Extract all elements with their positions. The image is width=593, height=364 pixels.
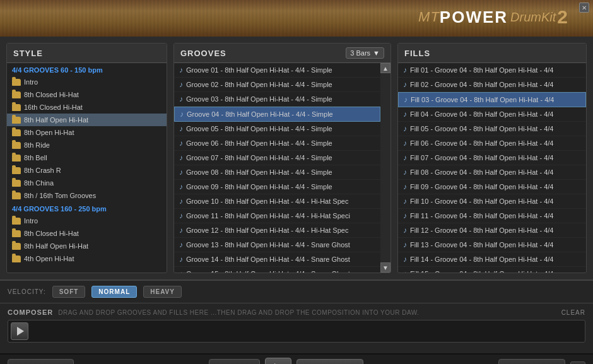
fill-item-11[interactable]: ♪Fill 11 - Groove 04 - 8th Half Open Hi-… [398,209,586,223]
music-note-icon: ♪ [403,139,407,148]
music-note-icon: ♪ [403,211,407,220]
close-button[interactable]: ✕ [579,3,589,13]
groove-item-8[interactable]: ♪Groove 08 - 8th Half Open Hi-Hat - 4/4 … [174,165,380,180]
fill-item-6[interactable]: ♪Fill 06 - Groove 04 - 8th Half Open Hi-… [398,136,586,151]
fill-item-7[interactable]: ♪Fill 07 - Groove 04 - 8th Half Open Hi-… [398,151,586,165]
style-item-8th-half-open[interactable]: 8th Half Open Hi-Hat [7,114,167,126]
grooves-list-wrapper: ♪Groove 01 - 8th Half Open Hi-Hat - 4/4 … [174,63,380,273]
fill-item-13[interactable]: ♪Fill 13 - Groove 04 - 8th Half Open Hi-… [398,238,586,252]
grooves-panel: GROOVES 3 Bars ▼ ♪Groove 01 - 8th Half O… [173,43,391,273]
fill-text: Fill 09 - Groove 04 - 8th Half Open Hi-H… [410,183,553,191]
fill-item-10[interactable]: ♪Fill 10 - Groove 04 - 8th Half Open Hi-… [398,194,586,209]
fill-text: Fill 07 - Groove 04 - 8th Half Open Hi-H… [410,154,553,161]
groove-item-13[interactable]: ♪Groove 13 - 8th Half Open Hi-Hat - 4/4 … [174,238,380,252]
grooves-button[interactable]: GROOVES [296,359,363,364]
groove-item-10[interactable]: ♪Groove 10 - 8th Half Open Hi-Hat - 4/4 … [174,194,380,209]
groove-item-2[interactable]: ♪Groove 02 - 8th Half Open Hi-Hat - 4/4 … [174,78,380,92]
style-item-8th-bell[interactable]: 8th Bell [7,151,167,164]
bars-label: 3 Bars [350,49,370,57]
help-button[interactable]: ? [570,361,585,364]
fill-item-5[interactable]: ♪Fill 05 - Groove 04 - 8th Half Open Hi-… [398,122,586,136]
drum-kit-button[interactable]: DRUM KIT [8,359,74,364]
velocity-heavy-button[interactable]: HEAVY [143,286,182,298]
groove-item-11[interactable]: ♪Groove 11 - 8th Half Open Hi-Hat - 4/4 … [174,209,380,223]
groove-text: Groove 07 - 8th Half Open Hi-Hat - 4/4 -… [186,154,332,161]
fill-item-1[interactable]: ♪Fill 01 - Groove 04 - 8th Half Open Hi-… [398,63,586,78]
velocity-bar: VELOCITY: SOFT NORMAL HEAVY [0,280,593,303]
groove-item-5[interactable]: ♪Groove 05 - 8th Half Open Hi-Hat - 4/4 … [174,122,380,136]
groove-text: Groove 08 - 8th Half Open Hi-Hat - 4/4 -… [186,168,332,176]
fills-panel-header: FILLS [398,44,586,63]
music-note-icon: ♪ [403,255,407,264]
grooves-list[interactable]: ♪Groove 01 - 8th Half Open Hi-Hat - 4/4 … [174,63,380,273]
folder-icon [12,192,21,199]
groove-text: Groove 11 - 8th Half Open Hi-Hat - 4/4 -… [186,212,350,220]
style-item-8th-half-open-2[interactable]: 8th Half Open Hi-Hat [7,240,167,252]
style-item-16th-closed[interactable]: 16th Closed Hi-Hat [7,101,167,114]
play-button[interactable] [265,358,291,364]
music-note-icon: ♪ [179,139,183,148]
style-item-8th-16th-tom[interactable]: 8th / 16th Tom Grooves [7,189,167,202]
groove-item-7[interactable]: ♪Groove 07 - 8th Half Open Hi-Hat - 4/4 … [174,151,380,165]
velocity-soft-button[interactable]: SOFT [52,286,86,298]
groove-item-12[interactable]: ♪Groove 12 - 8th Half Open Hi-Hat - 4/4 … [174,223,380,238]
fill-item-12[interactable]: ♪Fill 12 - Groove 04 - 8th Half Open Hi-… [398,223,586,238]
scroll-up-arrow[interactable]: ▲ [380,63,390,73]
velocity-normal-button[interactable]: NORMAL [91,286,137,298]
style-item-8th-crash-r[interactable]: 8th Crash R [7,164,167,177]
mixer-button[interactable]: MIXER [209,359,260,364]
music-note-icon: ♪ [179,153,183,162]
style-item-8th-open[interactable]: 8th Open Hi-Hat [7,126,167,139]
grooves-panel-title: GROOVES [180,49,226,58]
composer-play-button[interactable] [11,322,28,340]
fill-item-2[interactable]: ♪Fill 02 - Groove 04 - 8th Half Open Hi-… [398,78,586,92]
groove-item-15[interactable]: ♪Groove 15 - 8th Half Open Hi-Hat - 4/4 … [174,267,380,273]
fill-text: Fill 04 - Groove 04 - 8th Half Open Hi-H… [410,110,553,118]
fills-list[interactable]: ♪Fill 01 - Groove 04 - 8th Half Open Hi-… [398,63,586,273]
play-icon [17,327,24,336]
fill-item-15[interactable]: ♪Fill 15 - Groove 04 - 8th Half Open Hi-… [398,267,586,273]
fill-text: Fill 01 - Groove 04 - 8th Half Open Hi-H… [410,66,553,74]
fill-text: Fill 13 - Groove 04 - 8th Half Open Hi-H… [410,241,553,249]
fill-text: Fill 10 - Groove 04 - 8th Half Open Hi-H… [410,197,553,205]
music-note-icon: ♪ [403,168,407,177]
style-item-intro-1[interactable]: Intro [7,76,167,88]
groove-text: Groove 14 - 8th Half Open Hi-Hat - 4/4 -… [186,255,350,263]
fill-item-3[interactable]: ♪Fill 03 - Groove 04 - 8th Half Open Hi-… [398,92,586,107]
style-item-8th-closed[interactable]: 8th Closed Hi-Hat [7,88,167,101]
groove-item-6[interactable]: ♪Groove 06 - 8th Half Open Hi-Hat - 4/4 … [174,136,380,151]
scroll-down-arrow[interactable]: ▼ [380,262,390,273]
music-note-icon: ♪ [179,197,183,206]
groove-item-9[interactable]: ♪Groove 09 - 8th Half Open Hi-Hat - 4/4 … [174,180,380,194]
style-item-intro-2[interactable]: Intro [7,214,167,227]
fill-item-14[interactable]: ♪Fill 14 - Groove 04 - 8th Half Open Hi-… [398,252,586,267]
groove-item-4[interactable]: ♪Groove 04 - 8th Half Open Hi-Hat - 4/4 … [174,107,380,122]
style-panel-list[interactable]: 4/4 GROOVES 60 - 150 bpm Intro 8th Close… [7,63,167,273]
fill-item-4[interactable]: ♪Fill 04 - Groove 04 - 8th Half Open Hi-… [398,107,586,122]
folder-icon [12,155,21,161]
style-item-8th-closed-2[interactable]: 8th Closed Hi-Hat [7,227,167,240]
style-item-8th-china[interactable]: 8th China [7,177,167,189]
composer-clear-button[interactable]: CLEAR [561,309,585,316]
folder-icon [12,255,21,262]
groove-text: Groove 03 - 8th Half Open Hi-Hat - 4/4 -… [186,95,332,103]
folder-icon [12,230,21,237]
groove-text: Groove 06 - 8th Half Open Hi-Hat - 4/4 -… [186,139,332,147]
music-note-icon: ♪ [403,226,407,235]
bars-select[interactable]: 3 Bars ▼ [346,47,384,59]
logo-mt: MT [418,9,440,25]
groove-text: Groove 01 - 8th Half Open Hi-Hat - 4/4 -… [186,66,332,74]
settings-button[interactable]: SETTINGS [498,359,565,364]
style-item-8th-ride[interactable]: 8th Ride [7,139,167,151]
fill-text: Fill 15 - Groove 04 - 8th Half Open Hi-H… [410,270,553,273]
groove-item-1[interactable]: ♪Groove 01 - 8th Half Open Hi-Hat - 4/4 … [174,63,380,78]
groove-item-3[interactable]: ♪Groove 03 - 8th Half Open Hi-Hat - 4/4 … [174,92,380,107]
fill-item-8[interactable]: ♪Fill 08 - Groove 04 - 8th Half Open Hi-… [398,165,586,180]
fills-panel: FILLS ♪Fill 01 - Groove 04 - 8th Half Op… [397,43,587,273]
logo-drumkit: DrumKit [510,10,556,25]
music-note-icon: ♪ [179,211,183,220]
groove-item-14[interactable]: ♪Groove 14 - 8th Half Open Hi-Hat - 4/4 … [174,252,380,267]
style-item-4th-open[interactable]: 4th Open Hi-Hat [7,252,167,265]
composer-area: COMPOSER DRAG AND DROP GROOVES AND FILLS… [0,303,593,353]
fill-item-9[interactable]: ♪Fill 09 - Groove 04 - 8th Half Open Hi-… [398,180,586,194]
